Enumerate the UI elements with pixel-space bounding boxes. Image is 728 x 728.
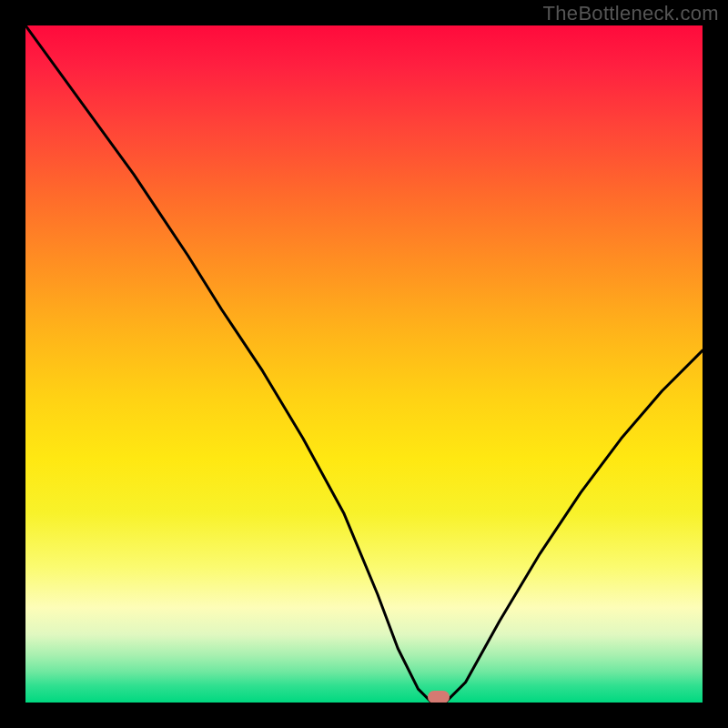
optimum-marker — [428, 691, 450, 703]
watermark-text: TheBottleneck.com — [543, 2, 719, 25]
curve-svg — [25, 25, 703, 703]
bottleneck-curve — [25, 25, 703, 703]
plot-area — [25, 25, 703, 703]
